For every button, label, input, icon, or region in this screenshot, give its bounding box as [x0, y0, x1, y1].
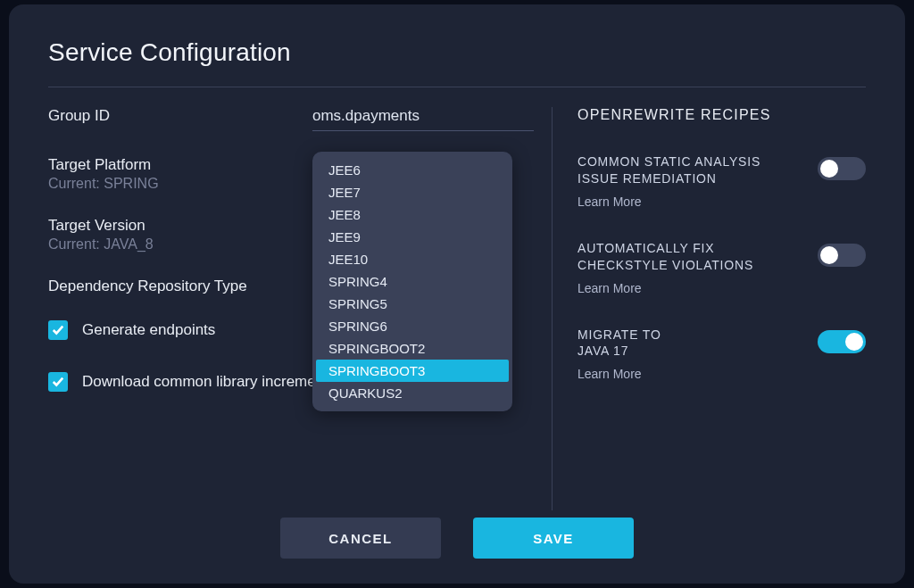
dropdown-option-jee6[interactable]: JEE6 [316, 159, 509, 181]
dropdown-option-jee8[interactable]: JEE8 [316, 203, 509, 226]
dropdown-option-spring6[interactable]: SPRING6 [316, 315, 509, 337]
check-icon [52, 376, 64, 388]
cancel-button[interactable]: CANCEL [280, 518, 441, 559]
dropdown-option-jee7[interactable]: JEE7 [316, 181, 509, 203]
dependency-repo-label: Dependency Repository Type [48, 277, 312, 295]
group-id-label: Group ID [48, 107, 312, 125]
generate-endpoints-checkbox[interactable] [48, 320, 68, 340]
dropdown-option-spring5[interactable]: SPRING5 [316, 293, 509, 315]
dropdown-option-quarkus2[interactable]: QUARKUS2 [316, 382, 509, 404]
toggle-knob [845, 333, 863, 351]
learn-more-link[interactable]: Learn More [577, 281, 642, 295]
target-platform-current: Current: SPRING [48, 176, 312, 192]
target-platform-label: Target Platform [48, 156, 312, 174]
check-icon [52, 324, 64, 336]
learn-more-link[interactable]: Learn More [577, 195, 642, 209]
modal-title: Service Configuration [48, 38, 866, 87]
download-incrementally-label: Download common library incrementally [82, 373, 351, 391]
recipe-item: COMMON STATIC ANALYSISISSUE REMEDIATIONL… [577, 153, 866, 210]
learn-more-link[interactable]: Learn More [577, 367, 642, 381]
download-incrementally-checkbox[interactable] [48, 372, 68, 392]
dropdown-option-springboot3[interactable]: SPRINGBOOT3 [316, 360, 509, 382]
recipe-toggle[interactable] [818, 157, 866, 180]
target-version-label: Target Version [48, 217, 312, 235]
recipe-name: AUTOMATICALLY FIXCHECKSTYLE VIOLATIONS [577, 240, 803, 274]
generate-endpoints-label: Generate endpoints [82, 321, 215, 339]
toggle-knob [820, 246, 838, 264]
dropdown-option-jee9[interactable]: JEE9 [316, 226, 509, 248]
recipes-panel: OPENREWRITE RECIPES COMMON STATIC ANALYS… [552, 107, 866, 510]
recipe-toggle[interactable] [818, 330, 866, 353]
form-left-column: Group ID oms.dpayments Target Platform C… [48, 107, 552, 510]
recipe-item: MIGRATE TOJAVA 17Learn More [577, 327, 866, 383]
recipe-toggle[interactable] [818, 244, 866, 267]
recipe-name: MIGRATE TOJAVA 17 [577, 327, 803, 360]
dropdown-option-jee10[interactable]: JEE10 [316, 248, 509, 270]
toggle-knob [820, 160, 838, 178]
dropdown-option-spring4[interactable]: SPRING4 [316, 270, 509, 293]
group-id-input[interactable]: oms.dpayments [312, 107, 534, 131]
dropdown-option-springboot2[interactable]: SPRINGBOOT2 [316, 337, 509, 360]
service-config-modal: Service Configuration Group ID oms.dpaym… [9, 4, 905, 584]
recipe-name: COMMON STATIC ANALYSISISSUE REMEDIATION [577, 153, 803, 187]
modal-footer: CANCEL SAVE [48, 518, 866, 559]
recipes-section-title: OPENREWRITE RECIPES [577, 107, 866, 123]
group-id-row: Group ID oms.dpayments [48, 107, 534, 131]
target-version-current: Current: JAVA_8 [48, 236, 312, 253]
modal-content: Group ID oms.dpayments Target Platform C… [48, 107, 866, 510]
save-button[interactable]: SAVE [473, 518, 634, 559]
recipe-item: AUTOMATICALLY FIXCHECKSTYLE VIOLATIONSLe… [577, 240, 866, 296]
platform-dropdown[interactable]: JEE6JEE7JEE8JEE9JEE10SPRING4SPRING5SPRIN… [312, 152, 512, 411]
